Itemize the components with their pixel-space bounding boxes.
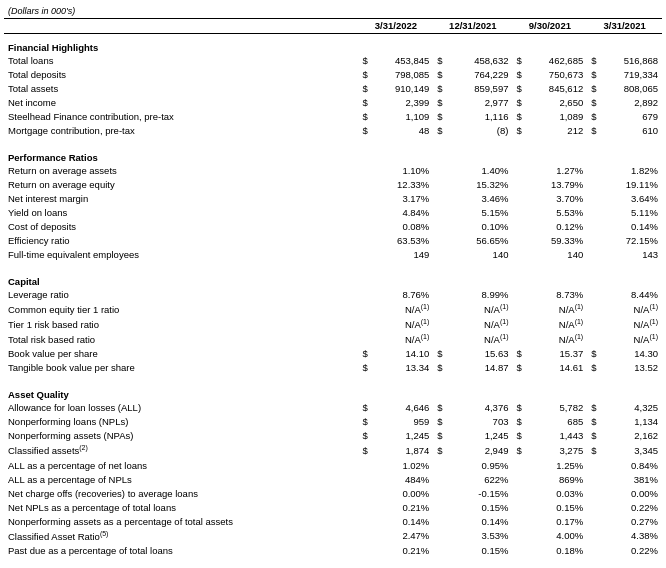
- dollar-sign: [587, 288, 597, 302]
- dollar-sign: [512, 486, 522, 500]
- row-value: 4.00%: [523, 528, 587, 543]
- dollar-sign: $: [587, 96, 597, 110]
- dollar-sign: [359, 486, 369, 500]
- dollar-sign: [359, 178, 369, 192]
- table-row: Mortgage contribution, pre-tax$48$(8)$21…: [4, 124, 662, 138]
- row-value: 15.32%: [444, 178, 513, 192]
- dollar-sign: [512, 288, 522, 302]
- row-value: 5.11%: [598, 206, 663, 220]
- dollar-sign: [587, 486, 597, 500]
- row-value: 8.76%: [369, 288, 433, 302]
- section-title: Asset Quality: [4, 381, 662, 401]
- table-row: Total loans$453,845$458,632$462,685$516,…: [4, 54, 662, 68]
- table-row: Net income$2,399$2,977$2,650$2,892: [4, 96, 662, 110]
- dollars-note-row: (Dollars in 000's): [4, 4, 662, 18]
- dollar-sign: [512, 317, 522, 332]
- dollar-sign: $: [359, 401, 369, 415]
- dollar-sign: $: [359, 347, 369, 361]
- row-value: 0.14%: [444, 514, 513, 528]
- row-value: 381%: [598, 472, 663, 486]
- dollar-sign: [512, 234, 522, 248]
- table-row: Nonperforming assets as a percentage of …: [4, 514, 662, 528]
- row-value: 4.38%: [598, 528, 663, 543]
- row-label: Net charge offs (recoveries) to average …: [4, 486, 359, 500]
- row-value: (8): [444, 124, 513, 138]
- section-header: Capital: [4, 268, 662, 288]
- row-value: N/A(1): [444, 302, 513, 317]
- col4-header: 3/31/2021: [587, 18, 662, 33]
- table-row: Net charge offs (recoveries) to average …: [4, 486, 662, 500]
- row-label: Common equity tier 1 ratio: [4, 302, 359, 317]
- row-value: 3.70%: [523, 192, 587, 206]
- row-value: 140: [523, 248, 587, 262]
- row-value: 622%: [444, 472, 513, 486]
- dollar-sign: [512, 178, 522, 192]
- row-value: 19.11%: [598, 178, 663, 192]
- row-value: 2,949: [444, 443, 513, 458]
- row-value: 8.44%: [598, 288, 663, 302]
- table-row: Leverage ratio8.76%8.99%8.73%8.44%: [4, 288, 662, 302]
- dollar-sign: $: [587, 429, 597, 443]
- dollar-sign: $: [359, 54, 369, 68]
- dollar-sign: [433, 514, 443, 528]
- table-row: Past due as a percentage of total loans0…: [4, 543, 662, 557]
- section-header: Asset Quality: [4, 381, 662, 401]
- row-value: 0.84%: [598, 458, 663, 472]
- dollar-sign: [359, 192, 369, 206]
- dollar-sign: [587, 248, 597, 262]
- row-value: 1.25%: [523, 458, 587, 472]
- dollars-note: (Dollars in 000's): [4, 4, 359, 18]
- row-value: 2,399: [369, 96, 433, 110]
- row-label: ALL as a percentage of net loans: [4, 458, 359, 472]
- dollar-sign: [587, 164, 597, 178]
- row-value: 0.00%: [598, 486, 663, 500]
- row-value: 12.33%: [369, 178, 433, 192]
- table-row: Cost of deposits0.08%0.10%0.12%0.14%: [4, 220, 662, 234]
- label-header: [4, 18, 359, 33]
- dollar-sign: [587, 234, 597, 248]
- dollar-sign: $: [512, 124, 522, 138]
- row-value: 0.15%: [523, 500, 587, 514]
- dollar-sign: [359, 514, 369, 528]
- dollar-sign: $: [433, 443, 443, 458]
- dollar-sign: $: [512, 82, 522, 96]
- row-label: Tier 1 risk based ratio: [4, 317, 359, 332]
- row-value: 0.10%: [444, 220, 513, 234]
- row-value: 5.15%: [444, 206, 513, 220]
- row-value: N/A(1): [369, 317, 433, 332]
- row-value: N/A(1): [369, 302, 433, 317]
- dollar-sign: [359, 248, 369, 262]
- row-value: 1,245: [444, 429, 513, 443]
- dollar-sign: $: [512, 401, 522, 415]
- dollar-sign: [433, 234, 443, 248]
- dollar-sign: [359, 317, 369, 332]
- dollar-sign: $: [433, 124, 443, 138]
- dollar-sign: [512, 500, 522, 514]
- dollar-sign: [433, 220, 443, 234]
- row-value: 72.15%: [598, 234, 663, 248]
- dollar-sign: $: [587, 401, 597, 415]
- row-value: 0.27%: [598, 514, 663, 528]
- col2-header: 12/31/2021: [433, 18, 512, 33]
- dollar-sign: $: [359, 124, 369, 138]
- dollar-sign: [433, 317, 443, 332]
- table-row: Allowance for loan losses (ALL)$4,646$4,…: [4, 401, 662, 415]
- row-label: Nonperforming loans (NPLs): [4, 415, 359, 429]
- row-value: 1.82%: [598, 164, 663, 178]
- dollar-sign: [433, 192, 443, 206]
- dollar-sign: [587, 514, 597, 528]
- dollar-sign: $: [512, 361, 522, 375]
- dollar-sign: $: [587, 361, 597, 375]
- row-value: 3.53%: [444, 528, 513, 543]
- row-label: Steelhead Finance contribution, pre-tax: [4, 110, 359, 124]
- row-value: 959: [369, 415, 433, 429]
- row-label: Leverage ratio: [4, 288, 359, 302]
- dollar-sign: [512, 528, 522, 543]
- row-label: Mortgage contribution, pre-tax: [4, 124, 359, 138]
- dollar-sign: [433, 458, 443, 472]
- row-value: 2,162: [598, 429, 663, 443]
- row-value: 0.08%: [369, 220, 433, 234]
- table-row: Nonperforming assets (NPAs)$1,245$1,245$…: [4, 429, 662, 443]
- dollar-sign: $: [587, 68, 597, 82]
- dollar-sign: [512, 192, 522, 206]
